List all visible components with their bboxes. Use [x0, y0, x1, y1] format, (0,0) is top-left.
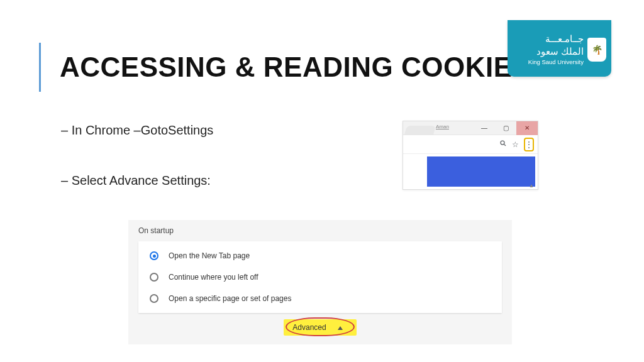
university-logo: جــامـعـــة الملك سعود King Saud Univers… [508, 20, 611, 77]
chrome-titlebar: Aman — ▢ ✕ [403, 121, 538, 135]
radio-icon [150, 251, 158, 260]
logo-arabic-line1: جــامـعـــة [515, 33, 584, 45]
scroll-up-caret-icon: ▲ [529, 183, 534, 189]
maximize-icon: ▢ [503, 124, 509, 131]
maximize-button[interactable]: ▢ [495, 121, 516, 135]
svg-line-1 [504, 145, 506, 146]
chrome-window-screenshot: Aman — ▢ ✕ ☆ ⋮ ▲ [402, 121, 538, 190]
chevron-up-icon [338, 323, 343, 332]
chrome-settings-screenshot: On startup Open the New Tab page Continu… [128, 220, 512, 344]
startup-option-continue[interactable]: Continue where you left off [138, 266, 502, 288]
settings-section-title: On startup [128, 220, 512, 239]
chrome-tab-ghost [404, 126, 436, 134]
logo-shield-icon: 🌴 [587, 38, 606, 62]
startup-option-specific-page[interactable]: Open a specific page or set of pages [138, 288, 502, 309]
chrome-menu-icon[interactable]: ⋮ [524, 138, 534, 151]
minimize-button[interactable]: — [474, 121, 495, 135]
svg-point-0 [501, 141, 504, 145]
bullet-step-1: – In Chrome –GotoSettings [61, 123, 213, 138]
radio-icon [150, 294, 158, 303]
option-label: Continue where you left off [169, 273, 258, 282]
logo-text: جــامـعـــة الملك سعود King Saud Univers… [515, 33, 584, 66]
logo-english-name: King Saud University [515, 58, 584, 66]
close-button[interactable]: ✕ [516, 121, 538, 135]
option-label: Open the New Tab page [169, 251, 250, 260]
startup-option-new-tab[interactable]: Open the New Tab page [138, 245, 502, 266]
advanced-row: Advanced [128, 319, 512, 336]
chrome-tab-label: Aman [436, 124, 449, 129]
logo-arabic-line2: الملك سعود [515, 45, 584, 58]
advanced-label: Advanced [292, 323, 326, 332]
minimize-icon: — [481, 124, 487, 131]
option-label: Open a specific page or set of pages [169, 294, 291, 303]
star-icon[interactable]: ☆ [512, 140, 519, 149]
heading-accent-bar [39, 43, 41, 92]
slide-title: ACCESSING & READING COOKIES [60, 52, 531, 83]
bullet-step-2: – Select Advance Settings: [61, 173, 211, 188]
chrome-content-bluebar [427, 156, 535, 187]
search-icon[interactable] [499, 140, 507, 149]
advanced-button[interactable]: Advanced [284, 319, 356, 336]
chrome-toolbar: ☆ ⋮ [403, 135, 538, 154]
settings-card: Open the New Tab page Continue where you… [138, 241, 502, 313]
radio-icon [150, 273, 158, 282]
slide-heading-wrap: ACCESSING & READING COOKIES [39, 43, 531, 92]
close-icon: ✕ [525, 124, 530, 131]
